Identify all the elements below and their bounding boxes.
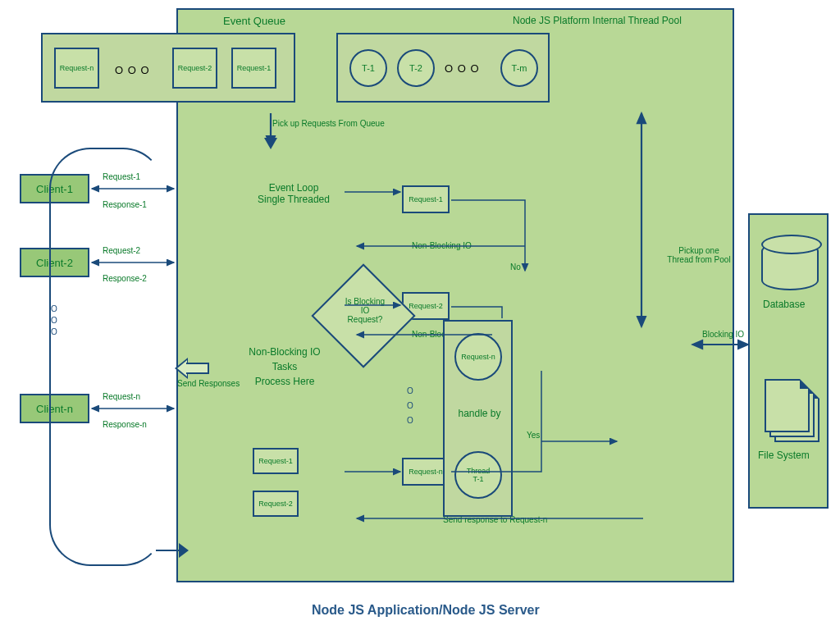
event-queue-title: Event Queue xyxy=(223,15,285,27)
external-resources-box: Database File System xyxy=(748,213,829,509)
thread-handler-box: Request-n handle by ThreadT-1 xyxy=(443,320,513,517)
filesystem-label: File System xyxy=(758,450,810,461)
pickup-requests-label: Pick up Requests From Queue xyxy=(272,119,385,128)
pool-ellipsis: O O O xyxy=(445,62,480,75)
thread-circle: T-1 xyxy=(349,49,387,87)
handler-request-circle: Request-n xyxy=(454,333,502,381)
processed-request-box: Request-1 xyxy=(253,448,299,474)
non-blocking-io-label: Non-Blocking IO xyxy=(412,241,472,250)
send-responses-label: Send Responses xyxy=(177,379,240,388)
non-blocking-io-title: Non-Blocking IO Tasks Process Here xyxy=(231,345,338,389)
queue-slot: Request-2 xyxy=(172,48,217,89)
queue-slot: Request-1 xyxy=(231,48,276,89)
send-responses-arrow-icon xyxy=(176,359,209,377)
event-loop-arrowhead-icon xyxy=(179,543,189,558)
event-loop-frame xyxy=(49,148,164,566)
processed-request-box: Request-2 xyxy=(253,491,299,517)
thread-circle: T-m xyxy=(500,49,538,87)
pickup-thread-label: Pickup one Thread from Pool xyxy=(666,246,732,264)
event-queue: Request-n O O O Request-2 Request-1 xyxy=(41,33,295,103)
database-icon xyxy=(761,241,819,290)
no-label: No xyxy=(510,262,521,272)
request-ellipsis: OOO xyxy=(407,384,413,428)
database-label: Database xyxy=(763,299,805,310)
thread-pool-title: Node JS Platform Internal Thread Pool xyxy=(513,15,682,26)
event-loop-title: Event Loop Single Threaded xyxy=(244,182,343,205)
queue-slot: Request-n xyxy=(54,48,99,89)
diagram-title: Node JS Application/Node JS Server xyxy=(312,603,540,618)
handle-by-label: handle by xyxy=(453,408,506,419)
yes-label: Yes xyxy=(527,431,540,440)
event-loop-bottom-line xyxy=(156,550,180,551)
decision-diamond-text: Is Blocking IO Request? xyxy=(328,297,402,324)
queue-ellipsis: O O O xyxy=(115,64,150,76)
handler-thread-circle: ThreadT-1 xyxy=(454,451,502,499)
thread-circle: T-2 xyxy=(397,49,435,87)
thread-pool: T-1 T-2 O O O T-m xyxy=(336,33,550,103)
request-box: Request-1 xyxy=(402,185,450,213)
blocking-io-label: Blocking IO xyxy=(702,330,744,339)
